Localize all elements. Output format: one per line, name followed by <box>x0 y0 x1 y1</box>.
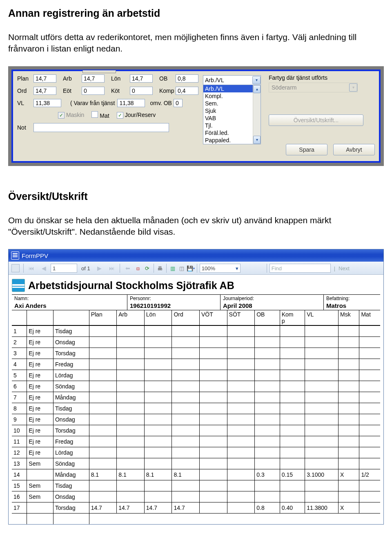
input-ord[interactable]: 14,7 <box>33 87 56 95</box>
input-ob[interactable]: 0,8 <box>176 74 198 83</box>
meta-per-v: April 2008 <box>223 301 321 309</box>
table-row: 3Ej reTorsdag <box>12 348 380 359</box>
page-setup-icon[interactable]: ◫ <box>178 265 185 272</box>
meta-namn-k: Namn: <box>14 296 125 301</box>
meta-pnr-k: Personnr: <box>130 296 218 301</box>
prev-page-icon[interactable]: ◀ <box>38 263 49 273</box>
absence-selected: Arb./VL <box>205 77 224 83</box>
absence-items: Arb./VLKompl.Sem.SjukVABTjl.Föräl.led.Pa… <box>203 85 253 144</box>
window-title: FormPPV <box>22 252 48 259</box>
find-input[interactable]: Find <box>270 264 331 273</box>
heading-annan: Annan registrering än arbetstid <box>8 7 384 19</box>
button-avbryt[interactable]: Avbryt <box>333 144 375 155</box>
company-logo-icon <box>12 279 25 292</box>
find-separator: | <box>332 265 337 271</box>
table-row: 2Ej reOnsdag <box>12 337 380 348</box>
button-oversikt: Översikt/Utskrift... <box>269 114 363 126</box>
report-viewer: FormPPV ⏮ ◀ 1 of 1 ▶ ⏭ ⬅ ⦻ ⟳ 🖶 ▥ ◫ 💾▾ 10… <box>8 249 384 525</box>
checkbox-maskin[interactable]: ✓Maskin <box>58 112 84 119</box>
table-row: 4Ej reFredag <box>12 359 380 370</box>
label-maskin: Maskin <box>66 112 84 118</box>
table-row: 1Ej reTisdag <box>12 325 380 337</box>
input-lon[interactable]: 14,7 <box>130 74 153 83</box>
refresh-icon[interactable]: ⟳ <box>144 265 151 272</box>
scroll-up-icon[interactable]: ▴ <box>253 85 261 93</box>
absence-item[interactable]: Pappaled. <box>203 137 253 144</box>
print-icon[interactable]: 🖶 <box>156 265 164 272</box>
para-annan: Normalt utförs detta av rederikontoret, … <box>8 31 384 55</box>
zoom-input[interactable]: 100% ▾ <box>200 264 241 273</box>
back-icon[interactable]: ⬅ <box>122 263 133 273</box>
label-vl: VL <box>17 100 33 106</box>
absence-listbox[interactable]: Arb./VL ▾ Arb./VLKompl.Sem.SjukVABTjl.Fö… <box>203 75 261 144</box>
label-mat: Mat <box>100 112 109 119</box>
meta-namn-v: Axi Anders <box>14 301 125 309</box>
label-lon: Lön <box>105 75 130 82</box>
absence-item[interactable]: Sjuk <box>203 107 253 114</box>
absence-item[interactable]: Kompl. <box>203 92 253 100</box>
chevron-down-icon[interactable]: ▾ <box>252 76 261 84</box>
next-page-icon[interactable]: ▶ <box>94 263 105 273</box>
label-eot: Eöt <box>56 87 82 94</box>
table-row: 10Ej reTorsdag <box>12 425 380 436</box>
layout-icon[interactable]: ▥ <box>169 265 176 272</box>
input-kot[interactable]: 0 <box>130 87 153 95</box>
meta-bef-v: Matros <box>326 301 378 309</box>
report-header-row: Plan Arb Lön Ord VÖT SÖT OB Kom p VL Msk… <box>12 310 380 325</box>
label-arb: Arb <box>56 75 82 82</box>
absence-item[interactable]: Tjl. <box>203 122 253 129</box>
checkbox-jour[interactable]: ✓Jour/Reserv <box>117 112 156 119</box>
button-spara[interactable]: Spara <box>286 144 327 155</box>
label-ord: Ord <box>17 87 33 94</box>
absence-item[interactable]: Föräl.led. <box>203 129 253 137</box>
report-body: 1Ej reTisdag2Ej reOnsdag3Ej reTorsdag4Ej… <box>12 325 380 524</box>
zoom-value: 100% <box>202 265 215 271</box>
scroll-down-icon[interactable]: ▾ <box>253 136 261 144</box>
doc-icon[interactable] <box>10 263 21 273</box>
report-toolbar: ⏮ ◀ 1 of 1 ▶ ⏭ ⬅ ⦻ ⟳ 🖶 ▥ ◫ 💾▾ 100% ▾ Fin… <box>9 262 383 275</box>
absence-item[interactable]: Arb./VL <box>203 85 253 92</box>
table-row: 9Ej reOnsdag <box>12 414 380 425</box>
input-not[interactable] <box>33 123 169 132</box>
window-titlebar: FormPPV <box>9 249 383 262</box>
report-table: Plan Arb Lön Ord VÖT SÖT OB Kom p VL Msk… <box>12 310 380 524</box>
label-fartyg: Fartyg där tjänst utförts <box>269 74 375 81</box>
meta-per-k: Journalperiod: <box>223 296 321 301</box>
page-number-input[interactable]: 1 <box>51 264 77 273</box>
label-ob: OB <box>153 75 176 82</box>
label-komp: Komp <box>153 87 176 94</box>
stop-icon[interactable]: ⦻ <box>135 265 142 272</box>
input-omv[interactable]: 0 <box>174 99 183 107</box>
save-icon[interactable]: 💾▾ <box>187 265 194 272</box>
form-frame: Plan 14,7 Arb 14,7 Lön 14,7 OB 0,8 Ord 1… <box>8 66 384 166</box>
input-eot[interactable]: 0 <box>82 87 105 95</box>
scrollbar[interactable]: ▴ ▾ <box>253 85 261 144</box>
label-varav: ( Varav från tjänst <box>61 100 117 106</box>
absence-item[interactable]: VAB <box>203 114 253 122</box>
table-row: 6Ej reSöndag <box>12 381 380 392</box>
label-omv: omv. OB <box>145 100 173 106</box>
last-page-icon[interactable]: ⏭ <box>107 263 117 273</box>
tab-stub <box>82 70 116 73</box>
label-not: Not <box>17 124 33 131</box>
table-row: 11Ej reFredag <box>12 436 380 447</box>
input-arb[interactable]: 14,7 <box>82 74 105 83</box>
first-page-icon[interactable]: ⏮ <box>26 263 37 273</box>
input-varav[interactable]: 11,38 <box>117 99 145 107</box>
find-next-link[interactable]: Next <box>339 265 350 271</box>
input-plan[interactable]: 14,7 <box>33 74 56 83</box>
table-row: 8Ej reTisdag <box>12 403 380 414</box>
checkbox-mat[interactable]: Mat <box>91 111 109 119</box>
absence-item[interactable]: Sem. <box>203 100 253 107</box>
meta-pnr-v: 196210191992 <box>130 301 218 309</box>
heading-oversikt: Översikt/Utskrift <box>8 191 384 202</box>
input-vl[interactable]: 11,38 <box>33 99 61 107</box>
label-plan: Plan <box>17 75 33 82</box>
table-row: 13SemSöndag <box>12 458 380 469</box>
app-icon <box>11 251 19 260</box>
table-row: 5Ej reLördag <box>12 370 380 381</box>
input-komp[interactable]: 0,4 <box>176 87 198 95</box>
report-title: Arbetstidsjournal Stockholms Sjötrafik A… <box>28 280 234 292</box>
table-row: 7Ej reMåndag <box>12 392 380 403</box>
para-oversikt: Om du önskar se hela den aktuella månade… <box>8 215 384 238</box>
